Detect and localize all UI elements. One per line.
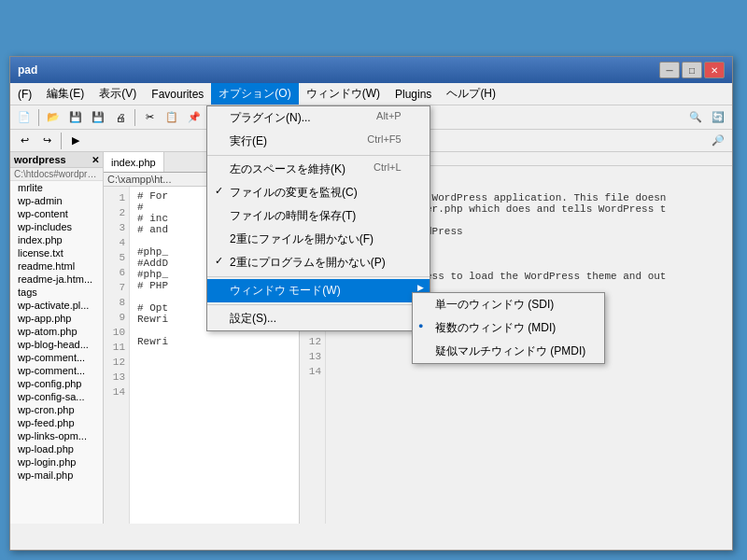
file-tree-close[interactable]: ✕: [92, 155, 99, 165]
close-button[interactable]: ✕: [704, 62, 725, 78]
small-editor-line-numbers: 1234 5678 9101112 1314: [104, 187, 130, 524]
tb-redo[interactable]: ↪: [36, 131, 57, 151]
small-editor-path: C:\xampp\ht...: [107, 174, 171, 185]
tb-search[interactable]: 🔍: [685, 107, 706, 128]
file-tree-path: C:\htdocs#wordpress#in: [10, 168, 103, 181]
tree-item-wp-comments1[interactable]: wp-comment...: [10, 351, 103, 364]
menu-favourites[interactable]: Favourites: [144, 83, 211, 105]
menubar: (F) 編集(E) 表示(V) Favourites オプション(O) ウィンド…: [10, 83, 732, 105]
menu-open-once-item[interactable]: 2重にファイルを開かない(F): [207, 228, 430, 251]
menu-view[interactable]: 表示(V): [92, 83, 144, 105]
toolbar-sep-3: [61, 133, 62, 149]
file-tree-header: wordpress ✕: [10, 152, 103, 168]
menu-sep-2: [207, 276, 430, 277]
tb-copy[interactable]: 📋: [162, 107, 182, 128]
tb-save-all[interactable]: 💾: [88, 107, 108, 128]
tree-item-license[interactable]: license.txt: [10, 246, 103, 259]
menu-run-shortcut: Ctrl+F5: [367, 133, 401, 145]
small-editor-tab[interactable]: index.php: [104, 152, 164, 172]
tb-run[interactable]: ▶: [65, 131, 86, 151]
menu-run-label: 実行(E): [230, 134, 267, 147]
menu-plugins-item[interactable]: プラグイン(N)... Alt+P: [207, 106, 430, 130]
tree-item-wp-includes[interactable]: wp-includes: [10, 220, 103, 233]
window-controls: ─ □ ✕: [659, 62, 725, 78]
menu-no-double-item[interactable]: 2重にプログラムを開かない(P): [207, 251, 430, 274]
menu-options[interactable]: オプション(O): [211, 83, 298, 105]
toolbar-sep-1: [38, 109, 39, 126]
menu-run-item[interactable]: 実行(E) Ctrl+F5: [207, 130, 430, 153]
tb-paste[interactable]: 📌: [184, 107, 204, 128]
tree-item-wp-config[interactable]: wp-config.php: [10, 377, 103, 390]
tree-item-tags[interactable]: tags: [10, 286, 103, 299]
menu-monitor-label: ファイルの変更を監視(C): [230, 186, 358, 199]
tree-item-wp-config-sa[interactable]: wp-config-sa...: [10, 390, 103, 403]
menu-save-time-label: ファイルの時間を保存(T): [230, 209, 356, 222]
file-tree-panel: wordpress ✕ C:\htdocs#wordpress#in mrlit…: [10, 152, 104, 524]
maximize-button[interactable]: □: [682, 62, 702, 78]
menu-window-mode-item[interactable]: ウィンドウ モード(W): [207, 279, 430, 302]
menu-keep-spaces-item[interactable]: 左のスペースを維持(K) Ctrl+L: [207, 158, 430, 181]
tb-replace[interactable]: 🔄: [708, 107, 728, 128]
tree-item-wp-links[interactable]: wp-links-opm...: [10, 429, 103, 442]
window-title: pad: [18, 63, 659, 77]
tree-item-wp-admin[interactable]: wp-admin: [10, 194, 103, 207]
tb-new[interactable]: 📄: [14, 107, 35, 128]
menu-save-time-item[interactable]: ファイルの時間を保存(T): [207, 204, 430, 228]
menu-no-double-label: 2重にプログラムを開かない(P): [230, 256, 386, 269]
tree-item-wp-feed[interactable]: wp-feed.php: [10, 416, 103, 429]
tree-item-wp-cron[interactable]: wp-cron.php: [10, 403, 103, 416]
menu-plugins-shortcut: Alt+P: [376, 110, 402, 121]
menu-help[interactable]: ヘルプ(H): [439, 83, 503, 105]
main-window: pad ─ □ ✕ (F) 編集(E) 表示(V) Favourites オプシ…: [9, 56, 733, 551]
file-tree: mrlite wp-admin wp-content wp-includes i…: [10, 181, 103, 524]
tree-item-wp-comments2[interactable]: wp-comment...: [10, 364, 103, 377]
menu-keep-spaces-shortcut: Ctrl+L: [374, 161, 402, 173]
menu-edit[interactable]: 編集(E): [39, 83, 92, 105]
menu-file[interactable]: (F): [10, 83, 39, 105]
menu-monitor-item[interactable]: ファイルの変更を監視(C): [207, 181, 430, 204]
tb-cut[interactable]: ✂: [139, 107, 160, 128]
tree-item-wp-blog-head[interactable]: wp-blog-head...: [10, 338, 103, 351]
toolbar-sep-2: [134, 109, 135, 126]
menu-open-once-label: 2重にファイルを開かない(F): [230, 232, 374, 245]
menu-plugins-label: プラグイン(N)...: [230, 111, 311, 124]
tree-item-readme-html[interactable]: readme.html: [10, 259, 103, 273]
menu-plugins[interactable]: Plugins: [388, 83, 439, 105]
tb-zoom[interactable]: 🔎: [708, 131, 728, 151]
tree-item-wp-content[interactable]: wp-content: [10, 207, 103, 220]
tree-item-wp-atom[interactable]: wp-atom.php: [10, 325, 103, 338]
tb-print[interactable]: 🖨: [110, 107, 131, 128]
tree-item-wp-load[interactable]: wp-load.php: [10, 442, 103, 455]
menu-keep-spaces-label: 左のスペースを維持(K): [230, 162, 345, 175]
menu-window[interactable]: ウィンドウ(W): [299, 83, 388, 105]
tb-save[interactable]: 💾: [65, 107, 86, 128]
menu-window-mode-label: ウィンドウ モード(W): [230, 284, 341, 297]
tree-item-wp-app[interactable]: wp-app.php: [10, 312, 103, 325]
tb-undo[interactable]: ↩: [14, 131, 35, 151]
tree-item-readme-ja[interactable]: readme-ja.htm...: [10, 273, 103, 286]
menu-sep-3: [207, 304, 430, 305]
menu-settings-label: 設定(S)...: [230, 312, 276, 325]
tree-item-wp-mail[interactable]: wp-mail.php: [10, 469, 103, 482]
tree-item-mrlite[interactable]: mrlite: [10, 181, 103, 194]
minimize-button[interactable]: ─: [659, 62, 680, 78]
menu-settings-item[interactable]: 設定(S)...: [207, 307, 430, 330]
options-dropdown: プラグイン(N)... Alt+P 実行(E) Ctrl+F5 左のスペースを維…: [206, 105, 430, 331]
tb-open[interactable]: 📂: [43, 107, 63, 128]
tree-item-wp-activate[interactable]: wp-activate.pl...: [10, 299, 103, 312]
tree-item-wp-login[interactable]: wp-login.php: [10, 455, 103, 469]
title-bar: pad ─ □ ✕: [10, 57, 732, 83]
file-tree-folder-name: wordpress: [14, 154, 66, 165]
menu-sep-1: [207, 155, 430, 156]
tree-item-index-php[interactable]: index.php: [10, 233, 103, 246]
